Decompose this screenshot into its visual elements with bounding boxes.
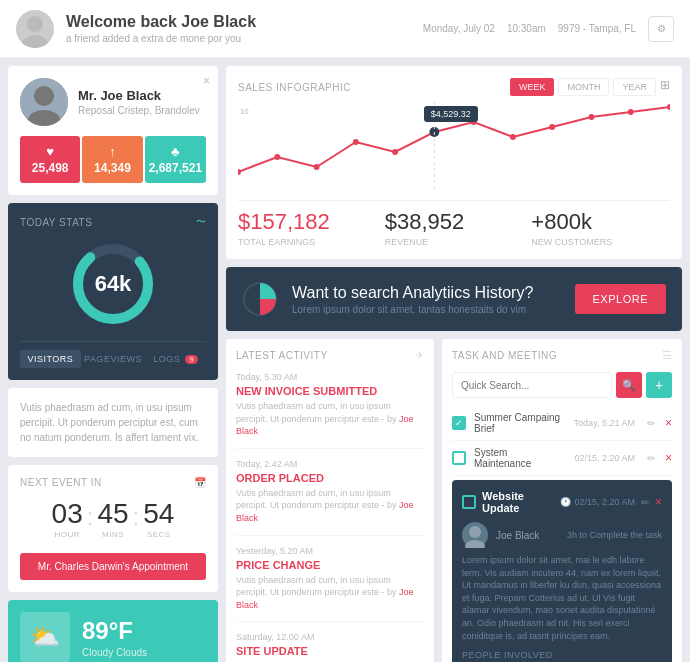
- task-exp-header: Website Update 🕐 02/15, 2.20 AM ✏ ×: [462, 490, 662, 514]
- task-edit-icon[interactable]: ✏: [647, 418, 655, 429]
- shares-stat: ↑ 14,349: [82, 136, 142, 183]
- weather-icon: ⛅: [20, 612, 70, 662]
- separator-2: :: [133, 503, 140, 531]
- profile-card: × Mr. Joe Black Reposal Cristep, Brandol…: [8, 66, 218, 195]
- weather-card: ⛅ 89°F Cloudy Clouds: [8, 600, 218, 662]
- activity-desc: Vutis phaedrasm ad cum, in usu ipsum per…: [236, 574, 424, 612]
- followers-count: 2,687,521: [149, 161, 202, 175]
- weather-desc: Cloudy Clouds: [82, 647, 147, 658]
- svg-point-14: [510, 134, 516, 140]
- followers-icon: ♣: [149, 144, 202, 159]
- chart-expand-icon[interactable]: ⊞: [660, 78, 670, 96]
- profile-close-button[interactable]: ×: [203, 74, 210, 88]
- banner-sub: Lorem ipsum dolor sit amet, tantas hones…: [292, 304, 533, 315]
- analytics-banner: Want to search Analytiics History? Lorem…: [226, 267, 682, 331]
- tab-pageviews[interactable]: PAGEVIEWS: [83, 350, 144, 368]
- svg-point-11: [392, 149, 398, 155]
- explore-button[interactable]: EXPLORE: [575, 284, 666, 314]
- followers-stat: ♣ 2,687,521: [145, 136, 206, 183]
- task-name: System Maintenance: [474, 447, 566, 469]
- task-description: Lorem ipsum dolor sit amet, mai le edh l…: [462, 554, 662, 642]
- task-exp-close-icon[interactable]: ×: [655, 495, 662, 509]
- task-edit-icon[interactable]: ✏: [647, 453, 655, 464]
- today-stats-card: TODAY STATS 〜 64k VISITORS PAGEVIEWS LOG…: [8, 203, 218, 380]
- customers-label: New Customers: [531, 237, 670, 247]
- clock-icon: 🕐: [560, 497, 571, 507]
- svg-point-8: [274, 154, 280, 160]
- task-add-button[interactable]: +: [646, 372, 672, 398]
- heart-icon: ♥: [24, 144, 76, 159]
- tab-visitors[interactable]: VISITORS: [20, 350, 81, 368]
- header: Welcome back Joe Black a friend added a …: [0, 0, 690, 58]
- hours-label: HOUR: [54, 530, 80, 539]
- activity-name: PRICE CHANGE: [236, 559, 424, 571]
- chart-area: 10 $4,529.32: [238, 102, 670, 192]
- tab-logs[interactable]: LOGS 9: [145, 350, 206, 368]
- activity-date: Saturday, 12.00 AM: [236, 632, 424, 642]
- header-meta: Monday, July 02 10:30am 9979 - Tampa, FL…: [423, 16, 674, 42]
- mins-value: 45: [97, 498, 128, 530]
- header-subtitle: a friend added a extra de mone por you: [66, 33, 256, 44]
- task-search-button[interactable]: 🔍: [616, 372, 642, 398]
- today-stats-title: TODAY STATS: [20, 217, 92, 228]
- next-event-card: NEXT EVENT IN 📅 03 HOUR : 45 MINS : 54 S…: [8, 465, 218, 592]
- event-button[interactable]: Mr. Charles Darwin's Appointment: [20, 553, 206, 580]
- next-event-title: NEXT EVENT IN: [20, 477, 102, 488]
- chart-title: SALES INFOGRAPHIC: [238, 82, 351, 93]
- weather-info: 89°F Cloudy Clouds: [82, 617, 147, 658]
- chart-tooltip: $4,529.32: [424, 106, 478, 122]
- list-item: Today, 5.30 AM NEW INVOICE SUBMITTED Vut…: [236, 372, 424, 449]
- task-checkbox-2[interactable]: [452, 451, 466, 465]
- countdown-mins: 45 MINS: [97, 498, 128, 539]
- share-icon: ↑: [86, 144, 138, 159]
- total-earnings-stat: $157,182 Total Earnings: [238, 209, 377, 247]
- task-expanded-card: Website Update 🕐 02/15, 2.20 AM ✏ × Joe …: [452, 480, 672, 662]
- revenue-value: $38,952: [385, 209, 524, 235]
- task-date: Today, 5.21 AM: [574, 418, 635, 428]
- activity-desc: Vutis phaedrasm ad cum, in usu ipsum per…: [236, 487, 424, 525]
- activity-name: NEW INVOICE SUBMITTED: [236, 385, 424, 397]
- likes-stat: ♥ 25,498: [20, 136, 80, 183]
- chart-header: SALES INFOGRAPHIC WEEK MONTH YEAR ⊞: [238, 78, 670, 96]
- svg-point-23: [465, 540, 485, 548]
- task-title: TASK AND MEETING: [452, 350, 557, 361]
- profile-name: Mr. Joe Black: [78, 88, 200, 103]
- main-layout: × Mr. Joe Black Reposal Cristep, Brandol…: [0, 58, 690, 662]
- total-earnings-label: Total Earnings: [238, 237, 377, 247]
- task-checkbox-1[interactable]: [452, 416, 466, 430]
- task-delete-icon[interactable]: ×: [665, 416, 672, 430]
- donut-chart: 64k: [20, 239, 206, 329]
- secs-label: SECS: [147, 530, 171, 539]
- tab-week[interactable]: WEEK: [510, 78, 555, 96]
- activity-title: LATEST ACTIVITY: [236, 350, 328, 361]
- task-delete-icon[interactable]: ×: [665, 451, 672, 465]
- secs-value: 54: [143, 498, 174, 530]
- task-search-input[interactable]: [452, 372, 612, 398]
- header-time: 10:30am: [507, 23, 546, 34]
- pie-chart-icon: [242, 281, 278, 317]
- task-exp-date: 🕐 02/15, 2.20 AM: [560, 497, 635, 507]
- revenue-label: Revenue: [385, 237, 524, 247]
- activity-name: ORDER PLACED: [236, 472, 424, 484]
- mins-label: MINS: [102, 530, 124, 539]
- stats-tabs: VISITORS PAGEVIEWS LOGS 9: [20, 341, 206, 368]
- activity-send-icon: ✈: [415, 349, 424, 362]
- svg-point-1: [22, 35, 48, 48]
- task-exp-checkbox[interactable]: [462, 495, 476, 509]
- svg-point-7: [238, 169, 241, 175]
- profile-info: Mr. Joe Black Reposal Cristep, Brandolev: [78, 88, 200, 116]
- tab-year[interactable]: YEAR: [613, 78, 656, 96]
- sidebar: × Mr. Joe Black Reposal Cristep, Brandol…: [8, 66, 218, 654]
- header-text: Welcome back Joe Black a friend added a …: [66, 13, 256, 44]
- svg-point-18: [667, 104, 670, 110]
- task-exp-edit-icon[interactable]: ✏: [641, 497, 649, 508]
- list-item: Yesterday, 5.20 AM PRICE CHANGE Vutis ph…: [236, 546, 424, 623]
- bottom-columns: LATEST ACTIVITY ✈ Today, 5.30 AM NEW INV…: [226, 339, 682, 662]
- tab-month[interactable]: MONTH: [558, 78, 609, 96]
- chart-card: SALES INFOGRAPHIC WEEK MONTH YEAR ⊞: [226, 66, 682, 259]
- banner-text: Want to search Analytiics History? Lorem…: [292, 284, 533, 315]
- settings-button[interactable]: ⚙: [648, 16, 674, 42]
- banner-title: Want to search Analytiics History?: [292, 284, 533, 302]
- activity-name: SITE UPDATE: [236, 645, 424, 657]
- weather-temp: 89°F: [82, 617, 147, 645]
